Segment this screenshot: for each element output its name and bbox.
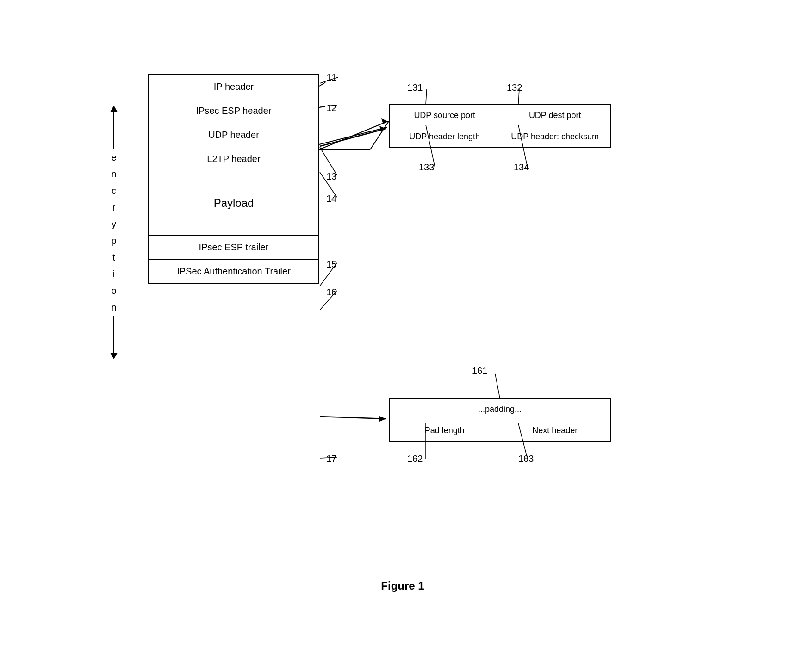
ipsec-esp-trailer-label: IPsec ESP trailer [199, 242, 269, 252]
ref-11: 11 [326, 72, 336, 83]
encryption-line-top [113, 112, 114, 149]
svg-marker-3 [381, 118, 388, 124]
ip-header-row: IP header [149, 75, 318, 99]
udp-arrow [320, 126, 386, 146]
udp-header-checksum-cell: UDP header: checksum [500, 126, 610, 147]
ipsec-auth-trailer-row: IPSec Authentication Trailer [149, 260, 318, 283]
ref-16: 16 [326, 287, 336, 298]
padding-cell: ...padding... [390, 399, 610, 420]
ref-15: 15 [326, 259, 336, 270]
svg-line-22 [495, 374, 500, 398]
ref-162: 162 [407, 454, 423, 464]
pad-length-cell: Pad length [390, 420, 500, 441]
next-header-label: Next header [532, 426, 578, 435]
udp-header-length-cell: UDP header length [390, 126, 500, 147]
ref-133: 133 [419, 162, 434, 173]
ref-163: 163 [518, 454, 534, 464]
ref-14: 14 [326, 193, 336, 204]
l2tp-header-row: L2TP header [149, 147, 318, 171]
udp-row-2: UDP header length UDP header: checksum [390, 126, 610, 147]
padding-label: ...padding... [478, 404, 522, 414]
encryption-arrow-down [110, 353, 118, 359]
udp-header-label: UDP header [208, 130, 259, 140]
encryption-text: encryption [111, 149, 116, 316]
udp-dest-port-label: UDP dest port [529, 111, 581, 120]
svg-line-2 [319, 121, 388, 149]
svg-line-5 [370, 121, 389, 149]
svg-line-0 [319, 82, 325, 86]
ip-header-label: IP header [214, 81, 254, 92]
next-header-cell: Next header [500, 420, 610, 441]
encryption-arrow-up [110, 106, 118, 112]
esp-row-2: Pad length Next header [390, 420, 610, 441]
svg-line-13 [320, 147, 337, 175]
packet-stack: IP header IPsec ESP header UDP header L2… [148, 74, 319, 284]
ipsec-esp-trailer-row: IPsec ESP trailer [149, 236, 318, 260]
pad-length-label: Pad length [425, 426, 465, 435]
svg-marker-10 [379, 416, 386, 422]
svg-line-6 [319, 127, 387, 144]
ref-134: 134 [514, 162, 529, 173]
udp-detail-box: UDP source port UDP dest port UDP header… [389, 104, 611, 148]
udp-header-length-label: UDP header length [409, 132, 480, 141]
udp-source-port-label: UDP source port [414, 111, 475, 120]
ref-131: 131 [407, 82, 423, 93]
svg-line-7 [320, 129, 386, 146]
udp-header-checksum-label: UDP header: checksum [511, 132, 599, 141]
esp-detail-box: ...padding... Pad length Next header [389, 398, 611, 442]
udp-dest-port-cell: UDP dest port [500, 105, 610, 126]
svg-line-1 [319, 106, 325, 107]
encryption-container: encryption [110, 106, 118, 462]
udp-source-port-cell: UDP source port [390, 105, 500, 126]
payload-label: Payload [214, 197, 254, 209]
ref-132: 132 [507, 82, 522, 93]
figure-caption: Figure 1 [56, 579, 750, 592]
ref-12: 12 [326, 103, 336, 113]
l2tp-header-label: L2TP header [207, 154, 260, 164]
esp-row-padding: ...padding... [390, 399, 610, 420]
svg-line-18 [426, 89, 427, 104]
udp-row-1: UDP source port UDP dest port [390, 105, 610, 126]
udp-header-row: UDP header [149, 123, 318, 147]
encryption-line-bottom [113, 316, 114, 353]
ref-13: 13 [326, 171, 336, 182]
esp-trailer-arrow [320, 416, 386, 422]
ipsec-esp-header-row: IPsec ESP header [149, 99, 318, 123]
svg-line-9 [320, 417, 386, 419]
ref-17: 17 [326, 454, 336, 464]
ipsec-auth-trailer-label: IPSec Authentication Trailer [177, 266, 291, 276]
payload-row: Payload [149, 171, 318, 236]
svg-marker-8 [379, 126, 386, 131]
ref-161: 161 [472, 366, 487, 376]
ipsec-esp-header-label: IPsec ESP header [196, 106, 271, 116]
